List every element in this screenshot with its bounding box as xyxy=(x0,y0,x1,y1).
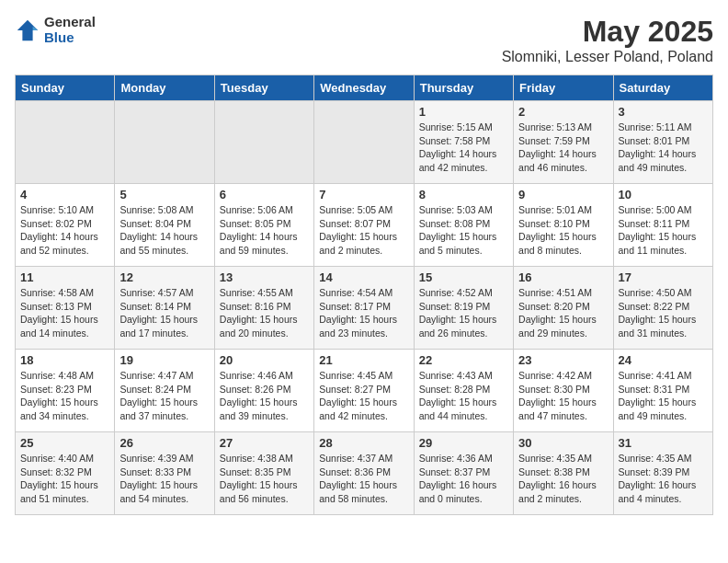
day-info: Sunrise: 4:51 AM Sunset: 8:20 PM Dayligh… xyxy=(518,286,608,340)
calendar-cell: 31Sunrise: 4:35 AM Sunset: 8:39 PM Dayli… xyxy=(613,432,712,515)
day-number: 31 xyxy=(619,436,708,450)
day-number: 3 xyxy=(619,105,708,119)
calendar-cell: 6Sunrise: 5:06 AM Sunset: 8:05 PM Daylig… xyxy=(214,184,313,267)
calendar-cell: 25Sunrise: 4:40 AM Sunset: 8:32 PM Dayli… xyxy=(16,432,115,515)
week-row-5: 25Sunrise: 4:40 AM Sunset: 8:32 PM Dayli… xyxy=(16,432,713,515)
day-number: 30 xyxy=(518,436,608,450)
day-info: Sunrise: 5:13 AM Sunset: 7:59 PM Dayligh… xyxy=(518,121,608,175)
day-info: Sunrise: 4:52 AM Sunset: 8:19 PM Dayligh… xyxy=(419,286,508,340)
day-info: Sunrise: 4:46 AM Sunset: 8:26 PM Dayligh… xyxy=(220,369,309,423)
week-row-4: 18Sunrise: 4:48 AM Sunset: 8:23 PM Dayli… xyxy=(16,350,713,432)
day-number: 5 xyxy=(119,188,209,201)
day-info: Sunrise: 4:58 AM Sunset: 8:13 PM Dayligh… xyxy=(20,286,109,340)
calendar-cell: 12Sunrise: 4:57 AM Sunset: 8:14 PM Dayli… xyxy=(115,267,214,350)
calendar-cell: 30Sunrise: 4:35 AM Sunset: 8:38 PM Dayli… xyxy=(514,432,613,515)
day-info: Sunrise: 4:37 AM Sunset: 8:36 PM Dayligh… xyxy=(319,452,408,506)
calendar-cell: 10Sunrise: 5:00 AM Sunset: 8:11 PM Dayli… xyxy=(613,184,712,267)
day-number: 8 xyxy=(419,188,508,201)
day-number: 29 xyxy=(419,436,508,450)
day-info: Sunrise: 5:00 AM Sunset: 8:11 PM Dayligh… xyxy=(619,203,708,258)
day-info: Sunrise: 4:35 AM Sunset: 8:39 PM Dayligh… xyxy=(619,452,708,506)
day-number: 18 xyxy=(20,353,109,367)
calendar-cell: 13Sunrise: 4:55 AM Sunset: 8:16 PM Dayli… xyxy=(214,267,313,350)
day-number: 10 xyxy=(619,188,708,201)
header-day-tuesday: Tuesday xyxy=(214,75,313,101)
day-info: Sunrise: 5:08 AM Sunset: 8:04 PM Dayligh… xyxy=(119,203,209,258)
day-info: Sunrise: 5:03 AM Sunset: 8:08 PM Dayligh… xyxy=(419,203,508,258)
calendar-cell: 2Sunrise: 5:13 AM Sunset: 7:59 PM Daylig… xyxy=(514,101,613,184)
day-number: 17 xyxy=(619,270,708,284)
calendar-cell: 27Sunrise: 4:38 AM Sunset: 8:35 PM Dayli… xyxy=(214,432,313,515)
calendar-cell xyxy=(16,101,115,184)
calendar-cell: 9Sunrise: 5:01 AM Sunset: 8:10 PM Daylig… xyxy=(514,184,613,267)
day-info: Sunrise: 5:10 AM Sunset: 8:02 PM Dayligh… xyxy=(20,203,109,258)
calendar-cell: 7Sunrise: 5:05 AM Sunset: 8:07 PM Daylig… xyxy=(314,184,414,267)
week-row-2: 4Sunrise: 5:10 AM Sunset: 8:02 PM Daylig… xyxy=(16,184,713,267)
main-title: May 2025 xyxy=(502,15,713,49)
logo-text: General Blue xyxy=(44,15,96,45)
day-info: Sunrise: 4:43 AM Sunset: 8:28 PM Dayligh… xyxy=(419,369,508,423)
day-info: Sunrise: 5:05 AM Sunset: 8:07 PM Dayligh… xyxy=(319,203,408,258)
day-number: 12 xyxy=(119,270,209,284)
calendar-cell: 15Sunrise: 4:52 AM Sunset: 8:19 PM Dayli… xyxy=(414,267,513,350)
day-info: Sunrise: 5:01 AM Sunset: 8:10 PM Dayligh… xyxy=(518,203,608,258)
calendar-cell: 24Sunrise: 4:41 AM Sunset: 8:31 PM Dayli… xyxy=(613,350,712,432)
calendar-cell: 5Sunrise: 5:08 AM Sunset: 8:04 PM Daylig… xyxy=(115,184,214,267)
calendar-cell: 19Sunrise: 4:47 AM Sunset: 8:24 PM Dayli… xyxy=(115,350,214,432)
day-number: 21 xyxy=(319,353,408,367)
day-number: 1 xyxy=(419,105,508,119)
header-day-thursday: Thursday xyxy=(414,75,513,101)
day-number: 23 xyxy=(518,353,608,367)
day-info: Sunrise: 4:57 AM Sunset: 8:14 PM Dayligh… xyxy=(119,286,209,340)
day-info: Sunrise: 4:35 AM Sunset: 8:38 PM Dayligh… xyxy=(518,452,608,506)
day-number: 19 xyxy=(119,353,209,367)
header-day-monday: Monday xyxy=(115,75,214,101)
day-info: Sunrise: 5:15 AM Sunset: 7:58 PM Dayligh… xyxy=(419,121,508,175)
day-info: Sunrise: 4:48 AM Sunset: 8:23 PM Dayligh… xyxy=(20,369,109,423)
header-day-saturday: Saturday xyxy=(613,75,712,101)
day-number: 26 xyxy=(119,436,209,450)
week-row-3: 11Sunrise: 4:58 AM Sunset: 8:13 PM Dayli… xyxy=(16,267,713,350)
day-info: Sunrise: 5:11 AM Sunset: 8:01 PM Dayligh… xyxy=(619,121,708,175)
day-number: 6 xyxy=(220,188,309,201)
day-info: Sunrise: 5:06 AM Sunset: 8:05 PM Dayligh… xyxy=(220,203,309,258)
calendar-cell: 18Sunrise: 4:48 AM Sunset: 8:23 PM Dayli… xyxy=(16,350,115,432)
logo-general-text: General xyxy=(44,15,96,30)
day-number: 14 xyxy=(319,270,408,284)
day-number: 7 xyxy=(319,188,408,201)
calendar-cell: 4Sunrise: 5:10 AM Sunset: 8:02 PM Daylig… xyxy=(16,184,115,267)
day-info: Sunrise: 4:40 AM Sunset: 8:32 PM Dayligh… xyxy=(20,452,109,506)
logo: General Blue xyxy=(15,15,96,45)
day-info: Sunrise: 4:38 AM Sunset: 8:35 PM Dayligh… xyxy=(220,452,309,506)
header-day-wednesday: Wednesday xyxy=(314,75,414,101)
day-info: Sunrise: 4:55 AM Sunset: 8:16 PM Dayligh… xyxy=(220,286,309,340)
calendar-table: SundayMondayTuesdayWednesdayThursdayFrid… xyxy=(15,75,713,515)
calendar-cell: 17Sunrise: 4:50 AM Sunset: 8:22 PM Dayli… xyxy=(613,267,712,350)
header-day-friday: Friday xyxy=(514,75,613,101)
day-number: 20 xyxy=(220,353,309,367)
day-info: Sunrise: 4:36 AM Sunset: 8:37 PM Dayligh… xyxy=(419,452,508,506)
title-area: May 2025 Slomniki, Lesser Poland, Poland xyxy=(502,15,713,65)
day-info: Sunrise: 4:39 AM Sunset: 8:33 PM Dayligh… xyxy=(119,452,209,506)
day-info: Sunrise: 4:47 AM Sunset: 8:24 PM Dayligh… xyxy=(119,369,209,423)
calendar-cell: 8Sunrise: 5:03 AM Sunset: 8:08 PM Daylig… xyxy=(414,184,513,267)
logo-icon xyxy=(15,17,40,43)
day-number: 9 xyxy=(518,188,608,201)
day-info: Sunrise: 4:50 AM Sunset: 8:22 PM Dayligh… xyxy=(619,286,708,340)
calendar-cell: 23Sunrise: 4:42 AM Sunset: 8:30 PM Dayli… xyxy=(514,350,613,432)
calendar-cell: 26Sunrise: 4:39 AM Sunset: 8:33 PM Dayli… xyxy=(115,432,214,515)
day-number: 15 xyxy=(419,270,508,284)
calendar-cell: 3Sunrise: 5:11 AM Sunset: 8:01 PM Daylig… xyxy=(613,101,712,184)
day-number: 25 xyxy=(20,436,109,450)
calendar-cell: 1Sunrise: 5:15 AM Sunset: 7:58 PM Daylig… xyxy=(414,101,513,184)
day-info: Sunrise: 4:45 AM Sunset: 8:27 PM Dayligh… xyxy=(319,369,408,423)
day-info: Sunrise: 4:41 AM Sunset: 8:31 PM Dayligh… xyxy=(619,369,708,423)
logo-blue-text: Blue xyxy=(44,30,96,46)
day-number: 24 xyxy=(619,353,708,367)
page-header: General Blue May 2025 Slomniki, Lesser P… xyxy=(15,15,713,65)
calendar-cell xyxy=(214,101,313,184)
calendar-header-row: SundayMondayTuesdayWednesdayThursdayFrid… xyxy=(16,75,713,101)
week-row-1: 1Sunrise: 5:15 AM Sunset: 7:58 PM Daylig… xyxy=(16,101,713,184)
calendar-cell xyxy=(314,101,414,184)
day-number: 4 xyxy=(20,188,109,201)
